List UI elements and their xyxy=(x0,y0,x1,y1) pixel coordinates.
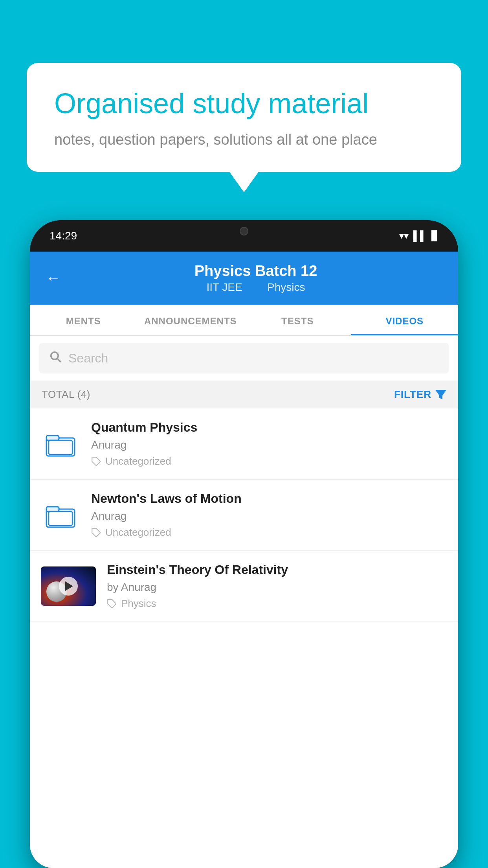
tab-ments[interactable]: MENTS xyxy=(30,305,137,335)
svg-line-1 xyxy=(57,359,61,362)
video-title: Quantum Physics xyxy=(91,420,447,435)
batch-subtitle: IIT JEE Physics xyxy=(69,281,442,294)
filter-icon xyxy=(435,390,446,399)
subtitle-physics: Physics xyxy=(267,281,305,293)
svg-marker-2 xyxy=(435,390,446,399)
video-title: Newton's Laws of Motion xyxy=(91,491,447,506)
video-tag: Uncategorized xyxy=(91,455,447,467)
app-screen: ← Physics Batch 12 IIT JEE Physics MENTS… xyxy=(30,252,458,868)
folder-icon-quantum xyxy=(41,424,80,463)
tag-icon xyxy=(91,456,101,467)
subtitle-iit: IIT JEE xyxy=(206,281,242,293)
tag-label: Uncategorized xyxy=(105,455,171,467)
tabs-bar: MENTS ANNOUNCEMENTS TESTS VIDEOS xyxy=(30,305,458,336)
video-author: Anurag xyxy=(91,510,447,522)
video-info-einstein: Einstein's Theory Of Relativity by Anura… xyxy=(107,563,447,610)
video-title: Einstein's Theory Of Relativity xyxy=(107,563,447,577)
folder-icon-newton xyxy=(41,495,80,535)
search-container: Search xyxy=(30,336,458,381)
video-tag: Physics xyxy=(107,598,447,610)
video-author: by Anurag xyxy=(107,581,447,594)
tab-tests[interactable]: TESTS xyxy=(244,305,351,335)
tag-icon xyxy=(107,599,117,609)
search-bar[interactable]: Search xyxy=(39,343,449,373)
svg-rect-4 xyxy=(46,436,59,440)
battery-icon: ▊ xyxy=(431,230,438,241)
tag-label: Uncategorized xyxy=(105,526,171,539)
status-time: 14:29 xyxy=(50,230,77,242)
search-icon xyxy=(49,350,62,366)
filter-label: FILTER xyxy=(394,388,431,401)
filter-bar: TOTAL (4) FILTER xyxy=(30,381,458,408)
wifi-icon: ▾▾ xyxy=(399,230,409,241)
speech-bubble-heading: Organised study material xyxy=(54,86,434,120)
tab-videos[interactable]: VIDEOS xyxy=(351,305,459,335)
speech-bubble-card: Organised study material notes, question… xyxy=(27,63,461,172)
batch-title: Physics Batch 12 xyxy=(69,263,442,280)
subtitle-separator xyxy=(253,281,260,293)
phone-frame: 14:29 ▾▾ ▌▌ ▊ ← Physics Batch 12 IIT JEE… xyxy=(30,220,458,868)
video-info-quantum: Quantum Physics Anurag Uncategorized xyxy=(91,420,447,467)
video-info-newton: Newton's Laws of Motion Anurag Uncategor… xyxy=(91,491,447,539)
back-button[interactable]: ← xyxy=(46,269,61,287)
list-item[interactable]: Einstein's Theory Of Relativity by Anura… xyxy=(30,551,458,622)
header-title-area: Physics Batch 12 IIT JEE Physics xyxy=(69,263,442,294)
tab-announcements[interactable]: ANNOUNCEMENTS xyxy=(137,305,244,335)
svg-rect-8 xyxy=(46,507,59,511)
status-icons: ▾▾ ▌▌ ▊ xyxy=(399,230,438,241)
app-header: ← Physics Batch 12 IIT JEE Physics xyxy=(30,252,458,305)
camera-icon xyxy=(240,227,248,235)
total-count: TOTAL (4) xyxy=(42,388,90,401)
filter-button[interactable]: FILTER xyxy=(394,388,446,401)
speech-bubble-subtext: notes, question papers, solutions all at… xyxy=(54,131,434,148)
signal-icon: ▌▌ xyxy=(413,230,427,241)
svg-rect-9 xyxy=(49,511,72,526)
list-item[interactable]: Newton's Laws of Motion Anurag Uncategor… xyxy=(30,480,458,551)
list-item[interactable]: Quantum Physics Anurag Uncategorized xyxy=(30,408,458,480)
tag-label: Physics xyxy=(121,598,156,610)
phone-notch xyxy=(205,220,283,242)
speech-bubble-section: Organised study material notes, question… xyxy=(27,63,461,172)
status-bar: 14:29 ▾▾ ▌▌ ▊ xyxy=(30,220,458,252)
svg-rect-5 xyxy=(49,440,72,454)
tag-icon xyxy=(91,528,101,538)
video-author: Anurag xyxy=(91,439,447,451)
video-thumbnail-einstein xyxy=(41,566,96,606)
video-list: Quantum Physics Anurag Uncategorized xyxy=(30,408,458,868)
search-placeholder: Search xyxy=(68,351,108,366)
video-tag: Uncategorized xyxy=(91,526,447,539)
